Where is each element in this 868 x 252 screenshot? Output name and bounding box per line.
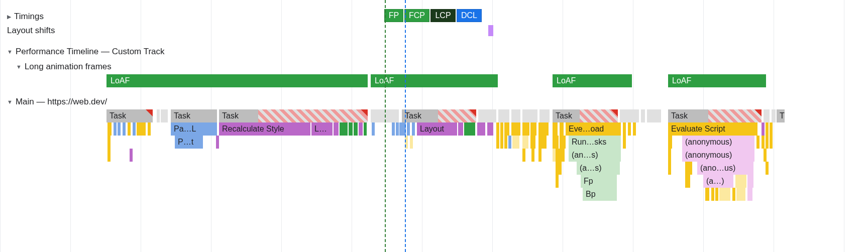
flame-segment[interactable] <box>553 122 558 136</box>
flame-segment[interactable] <box>668 149 671 162</box>
flame-chart[interactable]: TaskTaskTaskTaskTaskTaskTPa…LRecalculate… <box>0 109 868 201</box>
flame-segment[interactable]: Eve…oad <box>566 122 621 136</box>
flame-segment[interactable] <box>148 122 151 136</box>
flame-segment[interactable] <box>508 136 511 149</box>
flame-segment[interactable] <box>405 136 408 149</box>
flame-segment[interactable] <box>772 109 776 122</box>
task-bar[interactable]: Task <box>106 109 153 122</box>
flame-segment[interactable] <box>340 122 348 136</box>
flame-segment[interactable]: (a…) <box>703 175 733 188</box>
flame-segment[interactable] <box>334 122 339 136</box>
task-bar[interactable]: Task <box>402 109 476 122</box>
flame-segment[interactable]: Evaluate Script <box>668 122 757 136</box>
task-bar[interactable]: Task <box>668 109 762 122</box>
flame-segment[interactable] <box>130 149 133 162</box>
flame-segment[interactable] <box>123 122 126 136</box>
timings-track-header[interactable]: ▶ Timings <box>0 9 44 24</box>
flame-segment[interactable] <box>556 136 559 149</box>
flame-segment[interactable] <box>556 175 559 188</box>
flame-segment[interactable] <box>372 122 375 136</box>
flame-segment[interactable] <box>530 122 536 136</box>
flame-segment[interactable] <box>766 136 769 149</box>
long-anim-frames-header[interactable]: ▼ Long animation frames <box>0 59 868 74</box>
flame-segment[interactable] <box>496 136 499 149</box>
flame-segment[interactable] <box>500 136 503 149</box>
flame-segment[interactable] <box>114 122 117 136</box>
flame-segment[interactable] <box>504 122 509 136</box>
flame-segment[interactable] <box>620 109 639 122</box>
flame-segment[interactable]: P…t <box>175 136 203 149</box>
flame-segment[interactable] <box>107 149 111 162</box>
flame-segment[interactable] <box>530 136 535 149</box>
flame-segment[interactable]: Layout <box>417 122 457 136</box>
flame-segment[interactable] <box>522 122 529 136</box>
flame-segment[interactable]: Recalculate Style <box>219 122 310 136</box>
flame-segment[interactable] <box>407 122 410 136</box>
flame-segment[interactable] <box>539 109 550 122</box>
flame-segment[interactable] <box>715 188 718 201</box>
task-bar[interactable]: Task <box>219 109 368 122</box>
flame-segment[interactable] <box>522 136 528 149</box>
loaf-bar[interactable]: LoAF <box>668 74 766 87</box>
flame-segment[interactable] <box>735 175 746 188</box>
flame-segment[interactable] <box>770 136 773 149</box>
flame-segment[interactable] <box>412 122 415 136</box>
flame-segment[interactable] <box>736 188 745 201</box>
flame-segment[interactable] <box>762 136 765 149</box>
flame-segment[interactable] <box>705 188 709 201</box>
flame-segment[interactable]: Pa…L <box>171 122 217 136</box>
flame-segment[interactable] <box>118 122 121 136</box>
flame-segment[interactable] <box>719 188 730 201</box>
flame-segment[interactable] <box>107 122 112 136</box>
flame-segment[interactable] <box>668 136 672 149</box>
flame-segment[interactable] <box>216 136 219 149</box>
timing-marker-lcp[interactable]: LCP <box>430 9 456 22</box>
flame-segment[interactable] <box>685 162 692 175</box>
flame-segment[interactable] <box>470 122 475 136</box>
flame-segment[interactable] <box>458 122 463 136</box>
flame-segment[interactable] <box>559 162 562 175</box>
flame-segment[interactable] <box>500 122 503 136</box>
flame-segment[interactable] <box>764 109 770 122</box>
flame-segment[interactable] <box>538 122 549 136</box>
flame-segment[interactable] <box>756 136 759 149</box>
timing-marker-fp[interactable]: FP <box>384 9 403 22</box>
flame-segment[interactable] <box>511 122 520 136</box>
flame-segment[interactable] <box>164 109 168 122</box>
flame-segment[interactable]: (ano…us) <box>697 162 753 175</box>
flame-segment[interactable] <box>512 136 519 149</box>
loaf-bar[interactable]: LoAF <box>106 74 368 87</box>
flame-segment[interactable] <box>364 122 367 136</box>
flame-segment[interactable] <box>633 122 636 136</box>
flame-segment[interactable] <box>647 109 661 122</box>
flame-segment[interactable] <box>623 136 626 149</box>
flame-segment[interactable] <box>747 175 753 188</box>
flame-segment[interactable] <box>354 122 358 136</box>
flame-segment[interactable] <box>478 109 496 122</box>
flame-segment[interactable] <box>628 122 631 136</box>
flame-segment[interactable] <box>560 122 564 136</box>
flame-segment[interactable] <box>685 175 690 188</box>
flame-segment[interactable] <box>770 122 773 136</box>
flame-segment[interactable] <box>128 122 131 136</box>
flame-segment[interactable] <box>538 149 541 162</box>
flame-segment[interactable] <box>157 109 160 122</box>
flame-segment[interactable] <box>371 109 399 122</box>
flame-segment[interactable] <box>531 149 534 162</box>
flame-segment[interactable] <box>477 122 485 136</box>
flame-segment[interactable] <box>133 122 136 136</box>
flame-segment[interactable]: Bp <box>583 188 617 201</box>
main-track-header[interactable]: ▼ Main — https://web.dev/ <box>0 94 868 109</box>
task-bar[interactable]: Task <box>171 109 217 122</box>
loaf-bar[interactable]: LoAF <box>371 74 498 87</box>
flame-segment[interactable] <box>511 109 520 122</box>
flame-segment[interactable] <box>641 109 645 122</box>
flame-segment[interactable] <box>747 188 752 201</box>
layout-shifts-header[interactable]: Layout shifts <box>0 23 868 38</box>
timing-marker-dcl[interactable]: DCL <box>457 9 482 22</box>
timing-marker-fcp[interactable]: FCP <box>404 9 429 22</box>
perf-timeline-header[interactable]: ▼ Performance Timeline — Custom Track <box>0 44 868 59</box>
flame-segment[interactable] <box>522 109 537 122</box>
flame-segment[interactable]: (an…s) <box>569 149 621 162</box>
flame-segment[interactable] <box>766 122 769 136</box>
